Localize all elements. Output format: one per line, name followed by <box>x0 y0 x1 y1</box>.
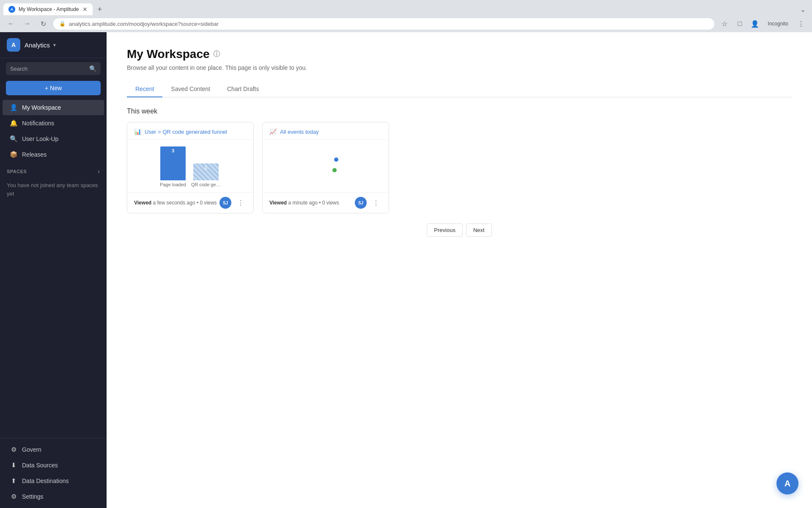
bar-1-label: Page loaded <box>160 182 186 187</box>
new-button[interactable]: + New <box>6 81 101 95</box>
sidebar-item-label: Releases <box>22 151 47 158</box>
page-subtitle: Browse all your content in one place. Th… <box>127 64 792 71</box>
data-destinations-icon: ⬆ <box>9 477 18 485</box>
scatter-area <box>283 145 368 187</box>
spaces-expand-icon[interactable]: › <box>98 168 100 175</box>
browser-actions: ☆ □ 👤 Incognito ⋮ <box>719 18 807 30</box>
bottom-nav-label: Govern <box>22 446 41 453</box>
previous-button[interactable]: Previous <box>427 224 463 237</box>
amplitude-logo[interactable]: A <box>7 38 20 52</box>
card-funnel: 📊 User > QR code generated funnel 3 Page… <box>127 122 254 213</box>
bar-chart: 3 Page loaded 1 QR code generat... <box>160 145 221 187</box>
spaces-empty-text: You have not joined any team spaces yet <box>0 178 107 204</box>
tab-list-button[interactable]: ⌄ <box>797 3 809 15</box>
next-button[interactable]: Next <box>466 224 492 237</box>
spaces-section-header: SPACES › <box>0 163 107 178</box>
this-week-label: This week <box>127 108 792 115</box>
bar-page-loaded: 3 Page loaded <box>160 146 186 187</box>
dot-green <box>332 168 337 172</box>
sidebar-item-data-destinations[interactable]: ⬆ Data Destinations <box>3 473 104 489</box>
search-box[interactable]: Search 🔍 <box>6 62 101 75</box>
settings-icon: ⚙ <box>9 493 18 500</box>
viewed-text-1: Viewed a few seconds ago • 0 views <box>134 200 217 206</box>
user-lookup-icon: 🔍 <box>9 135 18 143</box>
info-icon[interactable]: ⓘ <box>213 50 220 59</box>
tab-favicon: A <box>8 6 15 13</box>
browser-chrome: A My Workspace - Amplitude ✕ + ⌄ ← → ↻ 🔒… <box>0 0 812 32</box>
sidebar-item-label: Notifications <box>22 120 54 127</box>
sidebar-item-label: User Look-Up <box>22 135 58 142</box>
funnel-icon: 📊 <box>134 128 141 135</box>
sidebar-item-data-sources[interactable]: ⬇ Data Sources <box>3 458 104 473</box>
page-title: My Workspace ⓘ <box>127 47 792 61</box>
card-events-title[interactable]: All events today <box>280 129 319 135</box>
forward-button[interactable]: → <box>21 18 33 30</box>
sidebar-item-releases[interactable]: 📦 Releases <box>3 147 104 162</box>
bottom-nav-label: Data Destinations <box>22 478 69 484</box>
reload-button[interactable]: ↻ <box>37 18 49 30</box>
more-button-2[interactable]: ⋮ <box>370 198 382 208</box>
main-content: My Workspace ⓘ Browse all your content i… <box>107 32 812 508</box>
sidebar-search: Search 🔍 <box>0 58 107 79</box>
card-footer-actions-2: SJ ⋮ <box>355 197 382 209</box>
sidebar-nav: 👤 My Workspace 🔔 Notifications 🔍 User Lo… <box>0 99 107 438</box>
app: A Analytics ▼ Search 🔍 + New 👤 My Worksp… <box>0 32 812 508</box>
tab-bar-right: ⌄ <box>797 3 809 15</box>
card-footer-actions-1: SJ ⋮ <box>219 197 247 209</box>
events-icon: 📈 <box>269 128 277 135</box>
more-button-1[interactable]: ⋮ <box>235 198 247 208</box>
search-icon: 🔍 <box>89 65 96 72</box>
cards-grid: 📊 User > QR code generated funnel 3 Page… <box>127 122 792 213</box>
sidebar-item-settings[interactable]: ⚙ Settings <box>3 489 104 504</box>
data-sources-icon: ⬇ <box>9 461 18 469</box>
card-funnel-title[interactable]: User > QR code generated funnel <box>145 129 227 135</box>
bottom-nav-label: Data Sources <box>22 462 58 469</box>
govern-icon: ⚙ <box>9 446 18 453</box>
lock-icon: 🔒 <box>59 21 66 27</box>
chevron-down-icon: ▼ <box>52 43 57 47</box>
search-placeholder: Search <box>10 66 86 72</box>
tab-recent[interactable]: Recent <box>127 81 162 97</box>
sidebar-item-my-workspace[interactable]: 👤 My Workspace <box>3 100 104 115</box>
notifications-icon: 🔔 <box>9 119 18 127</box>
content-tabs: Recent Saved Content Chart Drafts <box>127 81 792 97</box>
spaces-label: SPACES <box>7 169 27 174</box>
bookmark-button[interactable]: ☆ <box>719 18 730 30</box>
menu-button[interactable]: ⋮ <box>795 18 807 30</box>
incognito-label[interactable]: Incognito <box>764 18 792 30</box>
browser-extension-button[interactable]: □ <box>734 18 746 30</box>
page-header: My Workspace ⓘ Browse all your content i… <box>127 47 792 71</box>
card-funnel-footer: Viewed a few seconds ago • 0 views SJ ⋮ <box>127 192 253 213</box>
fab-button[interactable]: A <box>776 472 798 494</box>
pagination: Previous Next <box>127 224 792 237</box>
card-funnel-body: 3 Page loaded 1 QR code generat... <box>127 140 253 192</box>
bar-qr-code: 1 QR code generat... <box>191 163 221 187</box>
sidebar-item-notifications[interactable]: 🔔 Notifications <box>3 116 104 131</box>
card-events-header: 📈 All events today <box>263 122 389 140</box>
avatar-2: SJ <box>355 197 367 209</box>
back-button[interactable]: ← <box>5 18 17 30</box>
profile-button[interactable]: 👤 <box>749 18 761 30</box>
my-workspace-icon: 👤 <box>9 104 18 111</box>
card-funnel-header: 📊 User > QR code generated funnel <box>127 122 253 140</box>
app-name[interactable]: Analytics ▼ <box>25 41 57 49</box>
bar-2-value: 1 <box>205 165 207 170</box>
releases-icon: 📦 <box>9 151 18 158</box>
sidebar-bottom: ⚙ Govern ⬇ Data Sources ⬆ Data Destinati… <box>0 438 107 508</box>
new-tab-button[interactable]: + <box>94 5 106 14</box>
viewed-text-2: Viewed a minute ago • 0 views <box>269 200 339 206</box>
tab-saved-content[interactable]: Saved Content <box>162 81 219 97</box>
bottom-nav-label: Settings <box>22 493 44 500</box>
tab-close-icon[interactable]: ✕ <box>82 6 88 13</box>
url-text: analytics.amplitude.com/moodjoy/workspac… <box>69 21 708 27</box>
sidebar-item-govern[interactable]: ⚙ Govern <box>3 442 104 457</box>
bar-2-label: QR code generat... <box>191 182 221 187</box>
url-bar[interactable]: 🔒 analytics.amplitude.com/moodjoy/worksp… <box>53 18 714 30</box>
tab-bar: A My Workspace - Amplitude ✕ + ⌄ <box>0 0 812 15</box>
bar-1: 3 <box>160 146 186 180</box>
sidebar-item-user-lookup[interactable]: 🔍 User Look-Up <box>3 131 104 146</box>
tab-chart-drafts[interactable]: Chart Drafts <box>219 81 267 97</box>
active-tab[interactable]: A My Workspace - Amplitude ✕ <box>3 3 93 15</box>
card-events-footer: Viewed a minute ago • 0 views SJ ⋮ <box>263 192 389 213</box>
bar-1-value: 3 <box>172 148 174 153</box>
